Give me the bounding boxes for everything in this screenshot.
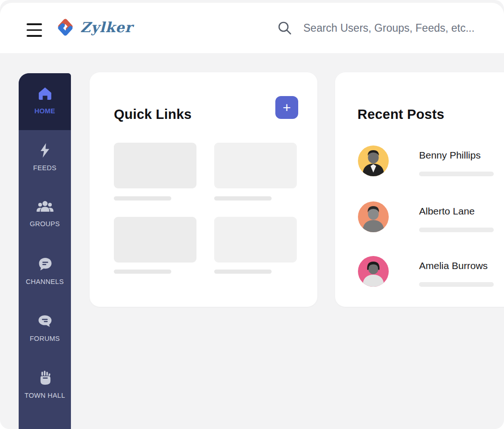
search-input[interactable]: [302, 21, 484, 35]
post-author-name: Alberto Lane: [419, 206, 475, 217]
post-author-name: Amelia Burrows: [419, 260, 488, 271]
quick-link-placeholder-tile[interactable]: [114, 143, 196, 188]
sidebar-item-groups[interactable]: GROUPS: [19, 187, 71, 244]
sidebar-item-channels[interactable]: CHANNELS: [19, 244, 71, 301]
quick-links-title: Quick Links: [114, 107, 192, 122]
recent-posts-card: Recent Posts Benny Phillips: [335, 72, 504, 307]
placeholder-bar: [214, 196, 272, 201]
bolt-icon: [38, 143, 52, 158]
placeholder-bar: [114, 196, 171, 201]
zylker-logo[interactable]: Zylker: [54, 16, 133, 38]
sidebar-item-label: TOWN HALL: [24, 392, 65, 399]
global-search: [277, 21, 484, 35]
recent-post-item[interactable]: Amelia Burrows: [358, 256, 504, 287]
top-header: Zylker: [0, 3, 504, 53]
add-quick-link-button[interactable]: +: [275, 96, 298, 119]
placeholder-bar: [214, 270, 272, 274]
sidebar-item-town-hall[interactable]: TOWN HALL: [19, 358, 71, 415]
person-photo: [358, 256, 389, 287]
sidebar-item-forums[interactable]: FORUMS: [19, 301, 71, 358]
recent-posts-title: Recent Posts: [357, 107, 444, 122]
quick-link-placeholder-tile[interactable]: [114, 217, 196, 263]
sidebar-item-label: CHANNELS: [26, 278, 63, 285]
zylker-logo-icon: [54, 16, 77, 38]
placeholder-bar: [419, 228, 494, 232]
people-icon: [36, 200, 54, 214]
hamburger-menu-icon[interactable]: [27, 23, 42, 37]
search-icon[interactable]: [277, 21, 292, 35]
person-photo: [358, 145, 389, 176]
quick-links-card: Quick Links +: [90, 72, 317, 307]
quick-link-placeholder-tile[interactable]: [214, 143, 297, 188]
quick-link-placeholder-tile[interactable]: [214, 217, 297, 263]
sidebar-item-home[interactable]: HOME: [19, 73, 71, 130]
sidebar-nav: HOME FEEDS GROUPS: [19, 73, 71, 429]
avatar: [358, 256, 389, 287]
avatar: [358, 201, 389, 232]
app-window: Zylker HOME FEEDS: [0, 0, 504, 429]
sidebar-item-label: FEEDS: [33, 164, 56, 172]
avatar: [358, 145, 389, 176]
placeholder-bar: [114, 270, 171, 274]
logo-wordmark: Zylker: [80, 19, 133, 35]
sidebar-item-label: HOME: [35, 107, 56, 115]
partial-icon: [38, 427, 51, 429]
home-icon: [37, 86, 53, 101]
sidebar-item-feeds[interactable]: FEEDS: [19, 130, 71, 187]
recent-post-item[interactable]: Alberto Lane: [358, 201, 504, 232]
sidebar-item-label: GROUPS: [30, 220, 60, 228]
sidebar-item-label: FORUMS: [30, 335, 60, 342]
person-photo: [358, 201, 389, 232]
recent-post-item[interactable]: Benny Phillips: [358, 145, 504, 176]
post-author-name: Benny Phillips: [419, 150, 481, 161]
placeholder-bar: [419, 172, 494, 176]
sidebar-item-partial[interactable]: [19, 415, 71, 429]
raised-hand-icon: [38, 370, 52, 386]
forum-bubble-icon: [37, 313, 53, 329]
chat-bubble-icon: [37, 256, 53, 272]
placeholder-bar: [419, 282, 494, 287]
